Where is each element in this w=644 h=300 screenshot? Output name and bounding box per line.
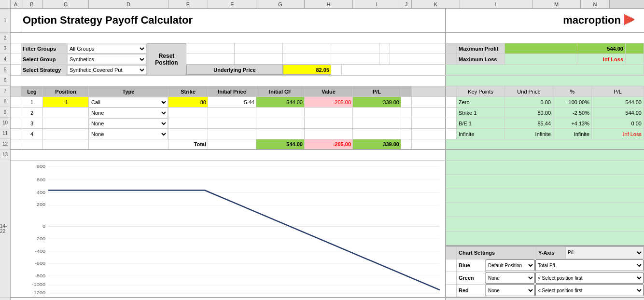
leg2-position[interactable] (43, 108, 89, 118)
red-label: Red (457, 285, 486, 297)
rp-r4-n (626, 54, 644, 64)
key-points-header: Key Points (457, 86, 505, 96)
col-m: M (532, 0, 581, 8)
svg-text:600: 600 (37, 177, 46, 182)
rp-r3-n (626, 43, 644, 54)
leg3-initial-price[interactable] (208, 118, 256, 128)
leg4-strike[interactable] (168, 129, 208, 139)
position-col-header: Position (43, 86, 89, 96)
filter-groups-label: Filter Groups (21, 43, 67, 54)
max-profit-label: Maximum Profit (457, 43, 505, 54)
select-group-cell[interactable]: Synthetics (67, 54, 147, 64)
leg2-num: 2 (21, 108, 43, 118)
kp3-label: Infinite (457, 129, 505, 139)
kp0-price: 0.00 (505, 97, 553, 107)
corner-cell (0, 0, 11, 8)
row-num-1: 1 (0, 9, 10, 33)
filter-groups-select-cell[interactable]: All Groups (67, 43, 147, 54)
reset-position-button[interactable]: Reset Position (147, 43, 186, 75)
value-col-header: Value (305, 86, 353, 96)
underlying-price-value[interactable]: 82.05 (283, 65, 331, 75)
leg4-initial-price[interactable] (208, 129, 256, 139)
svg-text:-400: -400 (35, 248, 45, 253)
green-right-select[interactable]: < Select position first (535, 272, 644, 284)
svg-text:-800: -800 (35, 273, 45, 278)
svg-text:-600: -600 (35, 260, 45, 266)
col-c: C (43, 0, 89, 8)
red-select[interactable]: None (486, 285, 535, 296)
row-num-9: 9 (0, 107, 10, 118)
leg1-value: -205.00 (305, 97, 353, 107)
row-num-23: 23 (0, 298, 10, 300)
col-a: A (11, 0, 21, 8)
kp2-pl: 0.00 (592, 118, 644, 128)
leg1-type-cell[interactable]: Call (89, 97, 168, 107)
y-axis-select[interactable]: P/L (565, 246, 644, 259)
select-group-select[interactable]: Synthetics (67, 55, 146, 64)
leg3-type-cell[interactable]: None (89, 118, 168, 128)
blue-select-cell[interactable]: Default Position (486, 259, 535, 272)
r7-j (401, 86, 412, 96)
kp2-price: 85.44 (505, 118, 553, 128)
red-right-select[interactable]: < Select position first (535, 285, 644, 296)
select-strategy-label: Select Strategy (21, 65, 67, 75)
green-right-cell[interactable]: < Select position first (535, 272, 644, 284)
leg4-type-select[interactable]: None (89, 129, 168, 139)
leg4-position[interactable] (43, 129, 89, 139)
r3-h (283, 43, 331, 54)
r4-a (11, 54, 21, 64)
r4-i (331, 54, 379, 64)
blue-select[interactable]: Default Position (486, 259, 535, 271)
red-right-cell[interactable]: < Select position first (535, 285, 644, 297)
blue-label: Blue (457, 259, 486, 272)
row-num-6: 6 (0, 75, 10, 86)
green-label: Green (457, 272, 486, 284)
r8-j (401, 97, 412, 107)
pl-rp-header: P/L (592, 86, 644, 96)
leg1-num: 1 (21, 97, 43, 107)
svg-text:400: 400 (37, 189, 46, 194)
leg3-strike[interactable] (168, 118, 208, 128)
leg2-initial-price[interactable] (208, 108, 256, 118)
leg2-type-select[interactable]: None (89, 108, 168, 118)
r8-a (11, 97, 21, 107)
blue-right-select[interactable]: Total P/L (535, 259, 644, 271)
svg-rect-0 (11, 161, 445, 297)
r4-h (283, 54, 331, 64)
green-select-cell[interactable]: None (486, 272, 535, 284)
svg-text:200: 200 (37, 202, 46, 207)
total-value: -205.00 (305, 139, 353, 149)
underlying-price-label: Underlying Price (186, 65, 283, 75)
leg1-position[interactable]: -1 (43, 97, 89, 107)
green-select[interactable]: None (486, 272, 535, 284)
r12-a (11, 139, 21, 149)
y-axis-select-cell[interactable]: P/L (565, 246, 644, 259)
leg1-type-select[interactable]: Call (89, 97, 168, 107)
rp-r12 (446, 139, 644, 149)
strike-col-header: Strike (168, 86, 208, 96)
select-strategy-select[interactable]: Synthetic Covered Put (67, 65, 146, 75)
leg1-strike[interactable]: 80 (168, 97, 208, 107)
svg-text:800: 800 (37, 163, 46, 168)
svg-text:-200: -200 (35, 235, 45, 241)
leg2-strike[interactable] (168, 108, 208, 118)
select-strategy-cell[interactable]: Synthetic Covered Put (67, 65, 147, 75)
filter-groups-select[interactable]: All Groups (67, 44, 146, 54)
r3-g (235, 43, 283, 54)
red-select-cell[interactable]: None (486, 285, 535, 297)
col-f: F (208, 0, 256, 8)
blue-right-cell[interactable]: Total P/L (535, 259, 644, 272)
leg1-initial-price[interactable]: 5.44 (208, 97, 256, 107)
total-pl: 339.00 (353, 139, 401, 149)
logo-text: macroption (563, 14, 621, 27)
leg3-type-select[interactable]: None (89, 118, 168, 128)
leg3-pl (353, 118, 401, 128)
y-axis-label: Y-Axis (536, 246, 565, 259)
total-initial-cf: 544.00 (256, 139, 305, 149)
rp-r22-j (446, 285, 457, 297)
r10-a (11, 118, 21, 128)
leg2-type-cell[interactable]: None (89, 108, 168, 118)
leg4-type-cell[interactable]: None (89, 129, 168, 139)
r4-j (379, 54, 390, 64)
leg3-position[interactable] (43, 118, 89, 128)
